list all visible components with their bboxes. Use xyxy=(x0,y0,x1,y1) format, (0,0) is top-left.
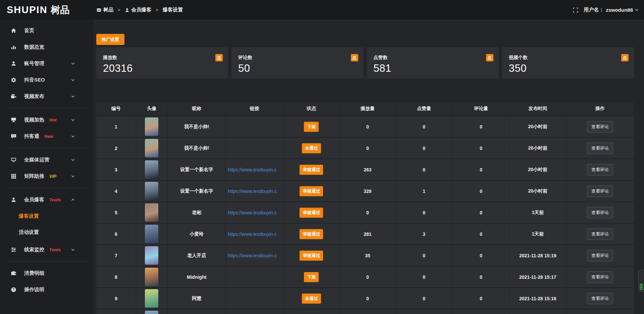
view-comments-button[interactable]: 查看评论 xyxy=(587,271,613,283)
view-comments-button[interactable]: 查看评论 xyxy=(587,207,613,218)
cell-status: 未通过 xyxy=(283,138,340,158)
cell-action xyxy=(566,310,634,314)
video-link[interactable]: https://www.iesdouyin.c xyxy=(228,167,277,172)
page-body: 首页数据总览账号管理抖音SEO视频发布视频加热Hot抖客通New全媒体运营矩阵助… xyxy=(0,20,644,314)
sidebar-item-clue-monitor[interactable]: 线索监控Tools xyxy=(0,242,93,258)
table-row: 7老人开店https://www.iesdouyin.c审核通过35002021… xyxy=(96,245,634,266)
video-link[interactable]: https://www.iesdouyin.c xyxy=(228,210,277,215)
view-comments-button[interactable]: 查看评论 xyxy=(587,164,613,175)
promo-settings-button[interactable]: 推广设置 xyxy=(96,34,124,45)
sidebar-item-video-heat[interactable]: 视频加热Hot xyxy=(0,112,93,128)
video-link[interactable]: https://www.iesdouyin.c xyxy=(228,231,277,237)
breadcrumb-label: 树品 xyxy=(103,7,113,13)
breadcrumb-separator: > xyxy=(117,7,121,12)
grid-icon xyxy=(11,173,16,179)
cell-status xyxy=(283,310,340,314)
cell-link[interactable]: https://www.iesdouyin.c xyxy=(226,181,283,201)
username-value: zswodun88 xyxy=(606,7,633,13)
chevron-down-icon xyxy=(71,175,75,177)
total-badge: 总 xyxy=(351,54,358,61)
member-icon xyxy=(11,197,16,203)
sidebar-item-operation-guide[interactable]: ?操作说明 xyxy=(0,281,93,298)
cell-id xyxy=(96,310,136,314)
sidebar-item-account-manage[interactable]: 账号管理 xyxy=(0,55,93,72)
sidebar-item-matrix-boost[interactable]: 矩阵助推VIP xyxy=(0,168,93,185)
view-comments-button[interactable]: 查看评论 xyxy=(587,121,613,133)
view-comments-button[interactable]: 查看评论 xyxy=(587,250,613,261)
sidebar-item-baoke-setting[interactable]: 爆客设置 xyxy=(0,208,93,224)
sidebar-item-activity-setting[interactable]: 活动设置 xyxy=(0,224,93,240)
cell-likes: 1 xyxy=(396,181,453,201)
cell-comments: 0 xyxy=(453,138,510,158)
avatar xyxy=(145,289,158,308)
cell-plays: 0 xyxy=(340,267,396,287)
topbar: SHUPIN 树品 树品>会员爆客>爆客设置 用户名：zswodun88 xyxy=(0,0,644,20)
table-header: 编号头像昵称链接状态播放量点赞量评论量发布时间操作 xyxy=(96,102,634,115)
sidebar-item-label: 首页 xyxy=(24,28,34,34)
video-link[interactable]: https://www.iesdouyin.c xyxy=(228,253,277,258)
cell-plays: 0 xyxy=(340,138,396,158)
cell-avatar xyxy=(136,224,168,244)
table-row: 2我不是小帅!未通过00020小时前查看评论 xyxy=(96,138,634,158)
table-row: 9阿慧未通过0002021-11-28 15:16查看评论 xyxy=(96,288,634,309)
chevron-down-icon xyxy=(71,249,75,251)
cell-avatar xyxy=(136,181,168,201)
cell-link[interactable]: https://www.iesdouyin.c xyxy=(226,159,283,180)
sidebar-item-member-baoke[interactable]: 会员爆客Tools xyxy=(0,192,93,208)
stat-card: 播放数20316总 xyxy=(96,47,228,78)
column-header: 状态 xyxy=(283,102,340,115)
logo[interactable]: SHUPIN 树品 xyxy=(0,4,93,16)
cell-plays xyxy=(340,310,396,314)
cell-comments xyxy=(453,310,510,314)
sidebar-item-label: 抖音SEO xyxy=(24,77,45,83)
sidebar-item-consume-detail[interactable]: 消费明细 xyxy=(0,265,93,281)
table-row: 3设置一个新名字https://www.iesdouyin.c审核通过26300… xyxy=(96,159,634,180)
column-header: 昵称 xyxy=(168,102,226,115)
cell-plays: 0 xyxy=(340,288,396,309)
cell-action: 查看评论 xyxy=(566,245,634,266)
sidebar-item-home[interactable]: 首页 xyxy=(0,22,93,39)
cell-avatar xyxy=(136,116,168,137)
sidebar-item-data-overview[interactable]: 数据总览 xyxy=(0,39,93,55)
cell-link[interactable]: https://www.iesdouyin.c xyxy=(226,202,283,223)
sidebar-divider xyxy=(7,108,87,108)
chart-icon xyxy=(11,44,16,50)
breadcrumb-item-member-baoke[interactable]: 会员爆客 xyxy=(125,7,152,13)
cell-id: 4 xyxy=(96,181,136,201)
table-row: 8Midnight下架0002021-11-28 15:17查看评论 xyxy=(96,267,634,287)
fullscreen-icon[interactable] xyxy=(573,7,578,13)
avatar xyxy=(145,117,158,136)
sidebar-item-douketong[interactable]: 抖客通New xyxy=(0,128,93,145)
sidebar-item-video-publish[interactable]: 视频发布 xyxy=(0,88,93,105)
cell-status: 未通过 xyxy=(283,288,340,309)
breadcrumb-item-shupin[interactable]: 树品 xyxy=(97,7,113,13)
view-comments-button[interactable]: 查看评论 xyxy=(587,293,613,304)
cell-comments: 0 xyxy=(453,202,510,223)
video-link[interactable]: https://www.iesdouyin.c xyxy=(228,189,277,194)
cell-link[interactable]: https://www.iesdouyin.c xyxy=(226,224,283,244)
user-menu[interactable]: 用户名：zswodun88 xyxy=(584,7,639,13)
cell-comments: 0 xyxy=(453,159,510,180)
view-comments-button[interactable]: 查看评论 xyxy=(587,143,613,154)
status-badge: 审核通过 xyxy=(300,251,323,261)
view-comments-button[interactable]: 查看评论 xyxy=(587,186,613,197)
floating-widget[interactable] xyxy=(638,270,644,292)
cell-status: 审核通过 xyxy=(283,245,340,266)
view-comments-button[interactable]: 查看评论 xyxy=(587,228,613,240)
cell-nickname: 阿慧 xyxy=(168,288,226,309)
sidebar-item-media-operation[interactable]: 全媒体运营 xyxy=(0,152,93,168)
chevron-up-icon xyxy=(71,199,75,201)
avatar xyxy=(145,311,158,314)
cell-link[interactable]: https://www.iesdouyin.c xyxy=(226,245,283,266)
sidebar-item-douyin-seo[interactable]: 抖音SEO xyxy=(0,72,93,88)
stat-value: 581 xyxy=(374,62,493,74)
cell-time: 2021-11-28 15:19 xyxy=(510,245,566,266)
status-badge: 审核通过 xyxy=(300,165,323,175)
breadcrumb-separator: > xyxy=(155,7,160,12)
sidebar-item-badge: Tools xyxy=(49,247,61,252)
table-row: 5老彬https://www.iesdouyin.c审核通过0001天前查看评论 xyxy=(96,202,634,223)
cell-time: 2021-11-28 15:16 xyxy=(510,288,566,309)
cell-avatar xyxy=(136,288,168,309)
breadcrumb-item-baoke-setting[interactable]: 爆客设置 xyxy=(163,7,183,13)
cell-plays: 281 xyxy=(340,224,396,244)
